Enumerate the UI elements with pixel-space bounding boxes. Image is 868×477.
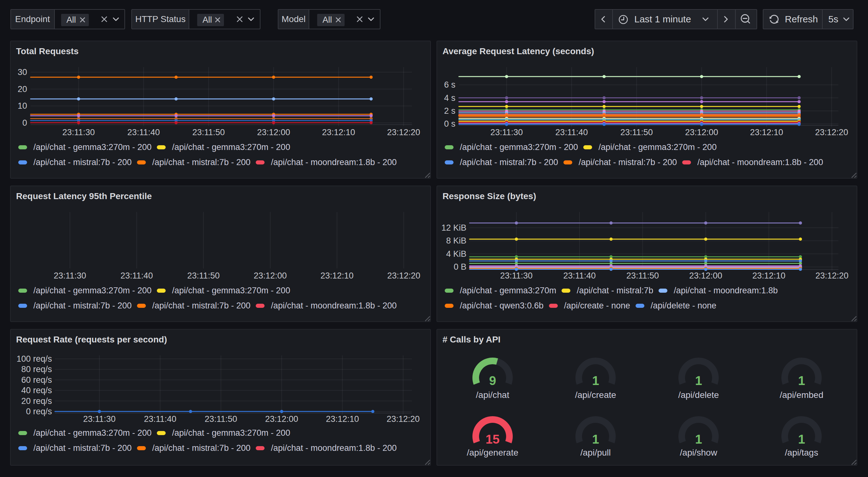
svg-text:4 KiB: 4 KiB xyxy=(446,249,466,259)
svg-text:20 req/s: 20 req/s xyxy=(21,396,52,406)
svg-text:8 KiB: 8 KiB xyxy=(446,236,466,245)
svg-text:0 B: 0 B xyxy=(454,262,466,272)
svg-text:23:12:10: 23:12:10 xyxy=(752,271,785,280)
svg-text:23:12:20: 23:12:20 xyxy=(815,271,848,280)
svg-text:23:12:00: 23:12:00 xyxy=(265,414,298,424)
svg-text:/api/pull: /api/pull xyxy=(581,448,611,457)
svg-text:/api/embed: /api/embed xyxy=(780,390,824,400)
svg-text:1: 1 xyxy=(798,374,805,388)
svg-text:23:12:20: 23:12:20 xyxy=(387,128,420,137)
svg-text:23:11:30: 23:11:30 xyxy=(490,128,523,137)
svg-text:/api/show: /api/show xyxy=(680,448,717,457)
svg-text:1: 1 xyxy=(592,374,599,388)
svg-text:0 req/s: 0 req/s xyxy=(26,407,52,416)
svg-text:/api/generate: /api/generate xyxy=(467,448,518,457)
svg-text:9: 9 xyxy=(489,374,496,388)
svg-text:23:11:50: 23:11:50 xyxy=(192,128,225,137)
svg-text:23:12:00: 23:12:00 xyxy=(685,128,718,137)
svg-text:/api/delete: /api/delete xyxy=(678,390,719,400)
svg-text:23:12:10: 23:12:10 xyxy=(320,271,353,280)
svg-text:2 s: 2 s xyxy=(444,106,456,116)
svg-text:23:12:00: 23:12:00 xyxy=(257,128,290,137)
svg-text:23:11:50: 23:11:50 xyxy=(620,128,653,137)
svg-text:1: 1 xyxy=(695,432,702,446)
svg-text:30: 30 xyxy=(18,67,27,77)
svg-text:23:11:30: 23:11:30 xyxy=(54,271,86,280)
svg-text:60 req/s: 60 req/s xyxy=(21,375,52,385)
svg-text:/api/tags: /api/tags xyxy=(785,448,818,457)
svg-text:23:11:40: 23:11:40 xyxy=(144,414,176,424)
svg-text:23:11:40: 23:11:40 xyxy=(120,271,153,280)
svg-text:23:12:10: 23:12:10 xyxy=(326,414,359,424)
svg-text:23:11:30: 23:11:30 xyxy=(500,271,533,280)
svg-text:23:12:00: 23:12:00 xyxy=(253,271,287,280)
svg-text:23:11:30: 23:11:30 xyxy=(62,128,95,137)
svg-text:20: 20 xyxy=(18,84,27,94)
svg-text:23:12:20: 23:12:20 xyxy=(815,128,848,137)
svg-text:4 s: 4 s xyxy=(444,93,456,103)
svg-text:1: 1 xyxy=(695,374,702,388)
svg-text:23:12:00: 23:12:00 xyxy=(689,271,722,280)
svg-text:0: 0 xyxy=(22,118,27,128)
svg-text:80 req/s: 80 req/s xyxy=(21,364,52,374)
svg-text:/api/create: /api/create xyxy=(575,390,616,400)
svg-text:23:11:40: 23:11:40 xyxy=(563,271,595,280)
svg-text:1: 1 xyxy=(798,432,805,446)
svg-text:40 req/s: 40 req/s xyxy=(21,386,52,395)
svg-text:23:11:40: 23:11:40 xyxy=(555,128,588,137)
svg-text:23:12:10: 23:12:10 xyxy=(322,128,355,137)
svg-text:1: 1 xyxy=(592,432,599,446)
svg-text:23:11:50: 23:11:50 xyxy=(626,271,659,280)
svg-text:15: 15 xyxy=(486,432,500,446)
svg-text:10: 10 xyxy=(18,101,27,111)
svg-text:6 s: 6 s xyxy=(444,80,456,89)
svg-text:23:11:40: 23:11:40 xyxy=(127,128,160,137)
svg-text:23:11:50: 23:11:50 xyxy=(187,271,219,280)
svg-text:12 KiB: 12 KiB xyxy=(441,223,466,233)
svg-text:23:12:20: 23:12:20 xyxy=(387,271,420,280)
svg-text:100 req/s: 100 req/s xyxy=(17,354,52,364)
svg-text:23:12:10: 23:12:10 xyxy=(750,128,783,137)
svg-text:23:11:50: 23:11:50 xyxy=(205,414,237,424)
svg-text:23:12:20: 23:12:20 xyxy=(387,414,420,424)
svg-text:/api/chat: /api/chat xyxy=(476,390,509,400)
svg-text:23:11:30: 23:11:30 xyxy=(83,414,116,424)
svg-text:0 s: 0 s xyxy=(444,119,456,128)
